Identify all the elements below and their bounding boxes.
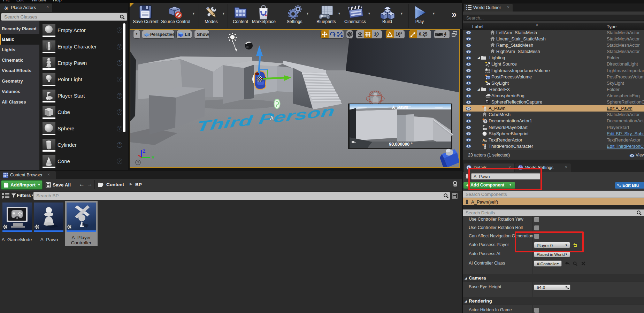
svg-text:90.000000 °: 90.000000 ° <box>389 142 413 147</box>
svg-text:Y: Y <box>152 155 154 160</box>
svg-text:?: ? <box>137 161 139 165</box>
svg-text:Z: Z <box>143 149 145 154</box>
svg-text:A: A <box>270 115 274 121</box>
svg-text:a: a <box>485 139 487 142</box>
svg-text:?: ? <box>484 120 486 123</box>
svg-text:A: A <box>482 138 485 142</box>
svg-text:A_Pawn: A_Pawn <box>392 105 408 110</box>
